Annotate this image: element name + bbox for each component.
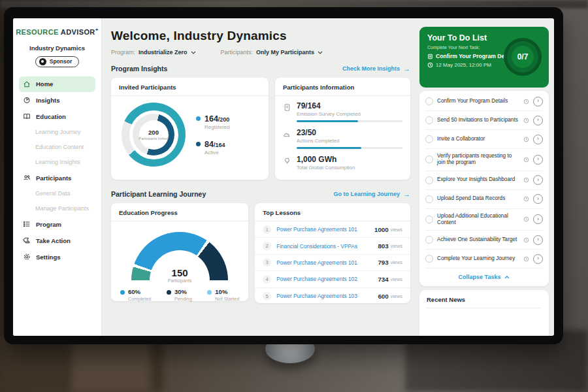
org-name: Industry Dynamics: [13, 44, 101, 52]
pending-dot-icon: [167, 290, 171, 295]
logo-text-resource: RESOURCE: [16, 28, 59, 36]
book-icon: [23, 112, 31, 120]
legend-active: 84/164 Active: [196, 140, 230, 155]
task-chevron-button[interactable]: ›: [533, 194, 543, 204]
clock-icon: [523, 216, 529, 222]
legend-completed: 60% Completed: [120, 288, 151, 302]
task-checkbox[interactable]: [425, 255, 433, 263]
task-checkbox[interactable]: [425, 195, 433, 203]
sidebar-item-learning-insights[interactable]: Learning Insights: [13, 155, 101, 170]
sidebar-item-participants[interactable]: Participants: [13, 170, 101, 186]
actions-completed-stat: 23/50 Actions Completed: [283, 128, 402, 149]
task-chevron-button[interactable]: ›: [533, 175, 543, 185]
task-row: Send 50 Invitations to Participants ›: [425, 111, 543, 130]
education-progress-title: Education Progress: [111, 203, 248, 221]
learning-journey-title: Participant Learning Journey: [111, 190, 206, 198]
sidebar-item-insights[interactable]: Insights: [13, 92, 101, 108]
chevron-up-icon: [504, 276, 510, 279]
lesson-row: 1 Power Purchase Agreements 101 1000 vie…: [255, 221, 410, 238]
task-row: Explore Your Insights Dashboard ›: [425, 171, 543, 190]
lesson-link[interactable]: Power Purchase Agreements 102: [276, 276, 378, 282]
clock-icon: [523, 157, 529, 163]
task-chevron-button[interactable]: ›: [533, 214, 543, 224]
invited-donut-center: 200 Participants Invited: [139, 120, 169, 150]
lesson-link[interactable]: Power Purchase Agreements 103: [276, 293, 378, 299]
sidebar-item-settings[interactable]: Settings: [13, 249, 101, 265]
task-checkbox[interactable]: [425, 236, 433, 244]
program-filter[interactable]: Program: Industrialize Zero: [111, 49, 196, 56]
task-chevron-button[interactable]: ›: [533, 155, 543, 165]
emission-survey-stat: 79/164 Emission Survey Completed: [283, 101, 402, 122]
sidebar-item-general-data[interactable]: General Data: [13, 186, 101, 201]
task-chevron-button[interactable]: ›: [533, 135, 543, 144]
resource-advisor-logo: RESOURCE ADVISOR+: [13, 27, 101, 36]
list-icon: [23, 220, 31, 228]
learning-journey-header: Participant Learning Journey Go to Learn…: [111, 190, 410, 198]
lesson-row: 2 Financial Considerations - VPPAs 803 v…: [255, 238, 410, 254]
task-doc-icon: [427, 54, 433, 59]
collapse-tasks-link[interactable]: Collapse Tasks: [425, 269, 543, 285]
sidebar-item-take-action[interactable]: Take Action: [13, 233, 101, 249]
task-checkbox[interactable]: [425, 216, 433, 223]
task-checkbox[interactable]: [425, 97, 433, 105]
participants-filter-value: Only My Participants: [256, 49, 314, 56]
task-row: Upload Spend Data Records ›: [425, 190, 543, 209]
check-more-insights-link[interactable]: Check More Insights →: [342, 65, 410, 73]
sidebar-item-manage-participants[interactable]: Manage Participants: [13, 201, 101, 216]
task-chevron-button[interactable]: ›: [533, 116, 543, 125]
task-checkbox[interactable]: [425, 135, 433, 143]
main-content: Welcome, Industry Dynamics Program: Indu…: [102, 18, 416, 336]
task-checkbox[interactable]: [425, 176, 433, 184]
emission-progress-bar: [297, 120, 358, 122]
task-chevron-button[interactable]: ›: [533, 254, 543, 264]
task-chevron-button[interactable]: ›: [533, 97, 543, 106]
clock-icon: [523, 99, 529, 105]
sidebar-item-education-content[interactable]: Education Content: [13, 140, 101, 155]
not-started-dot-icon: [207, 290, 212, 295]
invited-legend: 164/200 Registered 84/164 Active: [196, 114, 230, 155]
program-filter-value: Industrialize Zero: [139, 49, 188, 56]
participants-information-card: Participants Information 79/164 Emission…: [275, 78, 410, 180]
participants-filter[interactable]: Participants: Only My Participants: [221, 49, 323, 56]
clock-icon: [523, 137, 529, 142]
go-to-learning-journey-link[interactable]: Go to Learning Journey →: [333, 190, 410, 198]
bulb-icon: [283, 157, 291, 165]
sidebar-item-home[interactable]: Home: [19, 76, 95, 92]
sidebar-item-learning-journey[interactable]: Learning Journey: [13, 125, 101, 140]
program-insights-title: Program Insights: [111, 65, 167, 73]
logo-plus: +: [95, 27, 99, 33]
lesson-link[interactable]: Power Purchase Agreements 101: [276, 226, 374, 233]
lesson-link[interactable]: Financial Considerations - VPPAs: [276, 243, 378, 250]
sidebar-item-program[interactable]: Program: [13, 216, 101, 233]
sponsor-icon: [39, 58, 46, 65]
task-chevron-button[interactable]: ›: [533, 235, 543, 245]
lesson-link[interactable]: Power Purchase Agreements 101: [276, 259, 378, 266]
sponsor-badge[interactable]: Sponsor: [35, 56, 79, 67]
filters-row: Program: Industrialize Zero Participants…: [111, 49, 410, 56]
todo-tasks-card: Confirm Your Program Details › Send 50 I…: [419, 91, 549, 286]
task-checkbox[interactable]: [425, 155, 433, 163]
arrow-right-icon: →: [403, 65, 410, 73]
rank-badge: 4: [263, 275, 271, 284]
lesson-row: 3 Power Purchase Agreements 101 793 view…: [255, 255, 410, 271]
task-checkbox[interactable]: [425, 116, 433, 124]
todo-progress-count: 0/7: [512, 46, 534, 68]
top-lessons-title: Top Lessons: [255, 203, 410, 221]
lesson-row: 4 Power Purchase Agreements 102 734 view…: [255, 271, 410, 287]
home-icon: [23, 80, 31, 88]
clock-icon: [523, 177, 529, 183]
insights-icon: [23, 96, 31, 104]
task-row: Achieve One Sustainability Target ›: [425, 231, 543, 250]
rank-badge: 2: [263, 242, 271, 250]
legend-not-started: 10% Not Started: [207, 288, 239, 302]
dashboard-screen: RESOURCE ADVISOR+ Industry Dynamics Spon…: [13, 18, 554, 336]
todo-panel: Your To Do List Complete Your Next Task:…: [419, 27, 549, 336]
todo-header-card: Your To Do List Complete Your Next Task:…: [419, 27, 549, 88]
recent-news-title: Recent News: [427, 296, 542, 308]
clock-icon: [523, 256, 529, 262]
education-progress-card: Education Progress 150 Participants: [111, 203, 248, 301]
sidebar-nav: Home Insights Education Learning Journey…: [13, 76, 101, 265]
program-insights-header: Program Insights Check More Insights →: [111, 65, 410, 73]
participants-icon: [23, 174, 31, 182]
sidebar-item-education[interactable]: Education: [13, 108, 101, 125]
